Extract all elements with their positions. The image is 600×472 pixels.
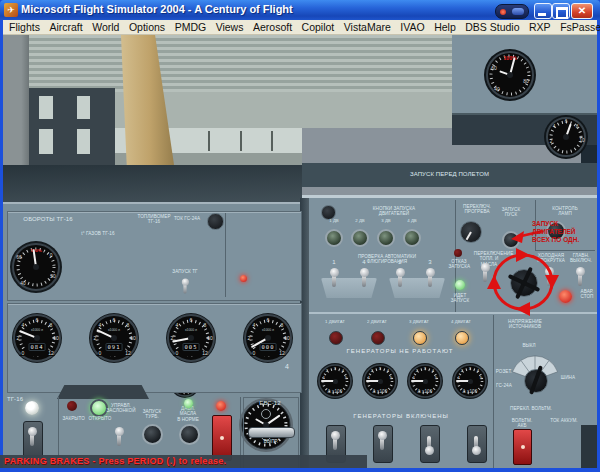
battery-amp-label: ТОК АККУМ. [550, 418, 578, 424]
close-button[interactable]: ✕ [571, 3, 593, 19]
feather-switch[interactable] [358, 268, 370, 292]
menu-item[interactable]: DBS Studio [465, 21, 519, 33]
app-icon: ✈ [4, 3, 18, 17]
ammeter-unit: А х100 [415, 389, 435, 395]
svg-text:10: 10 [53, 335, 59, 341]
menu-item[interactable]: Aircraft [49, 21, 82, 33]
menu-item[interactable]: VistaMare [344, 21, 391, 33]
svg-text:8: 8 [50, 322, 53, 328]
fuel-counter: 084 [29, 343, 46, 351]
svg-text:20: 20 [50, 274, 56, 279]
gen-warning-light [371, 331, 385, 345]
open-label: ОТКРЫТО [88, 416, 109, 422]
svg-text:4: 4 [176, 322, 179, 328]
svg-text:12: 12 [48, 350, 54, 356]
menu-item[interactable]: PMDG [175, 21, 207, 33]
gen-switch-1[interactable] [329, 431, 341, 455]
panel-edge [309, 312, 597, 314]
fuel-gauge: х1000 л 0 2 4 6 8 10 12 091 [88, 312, 140, 364]
feather-switch[interactable] [424, 268, 436, 292]
feather-switch[interactable] [328, 268, 340, 292]
emergency-stop-button[interactable] [559, 290, 572, 303]
menu-item[interactable]: Copilot [302, 21, 335, 33]
titlebar-addon-widget[interactable] [495, 4, 529, 19]
apu-start-switch[interactable] [180, 278, 190, 297]
engine-gen-labels: 1 ДВИГАТ 2 ДВИГАТ 3 ДВИГАТ 4 ДВИГАТ [315, 319, 483, 349]
menu-item[interactable]: RXP [529, 21, 551, 33]
valve-switch[interactable] [113, 427, 125, 451]
svg-text:40: 40 [20, 281, 26, 286]
engine-start-button-label: 4 ДВ [404, 218, 420, 222]
status-pill-icon [512, 8, 524, 15]
parking-brake-status: PARKING BRAKES - Press PERIOD (.) to rel… [0, 455, 367, 468]
gen-warning-light [329, 331, 343, 345]
heater-knob[interactable] [460, 221, 482, 243]
engine-start-button[interactable] [403, 229, 421, 247]
menu-item[interactable]: World [92, 21, 119, 33]
svg-text:4: 4 [553, 124, 556, 129]
minimize-button[interactable] [534, 3, 552, 19]
gen-switch-4[interactable] [470, 431, 482, 455]
engine-selector-knob[interactable] [510, 269, 538, 297]
menu-item[interactable]: Options [129, 21, 165, 33]
svg-text:8: 8 [576, 124, 579, 129]
engine-start-button[interactable] [377, 229, 395, 247]
engine-start-button[interactable] [351, 229, 369, 247]
svg-text:2: 2 [248, 335, 251, 341]
cold-crank-switch[interactable] [543, 267, 555, 291]
svg-text:х1000 л: х1000 л [262, 328, 274, 332]
menu-item[interactable]: Aerosoft [253, 21, 292, 33]
svg-text:8: 8 [127, 322, 130, 328]
selector-pos-bus: ШИНА [559, 375, 576, 381]
menu-item[interactable]: Views [216, 21, 244, 33]
lamp-test-button[interactable] [546, 221, 566, 241]
panel-handle[interactable] [57, 385, 149, 399]
feather-switch-cell: 2 [385, 259, 415, 303]
feather-switch[interactable] [394, 268, 406, 292]
engine-gen-cell: 3 ДВИГАТ [399, 319, 439, 349]
menu-item[interactable]: Flights [9, 21, 40, 33]
oil-press-button[interactable] [179, 424, 200, 445]
engine-gen-cell: 4 ДВИГАТ [441, 319, 481, 349]
menu-item[interactable]: Help [434, 21, 456, 33]
svg-text:х1000 л: х1000 л [31, 328, 43, 332]
start-button[interactable] [502, 231, 520, 249]
svg-text:6: 6 [113, 317, 116, 323]
building-window [39, 129, 53, 154]
divider [493, 315, 494, 468]
svg-text:х1000 л: х1000 л [185, 328, 197, 332]
fuel-gauge: х1000 л 0 2 4 6 8 10 12 084 [11, 312, 63, 364]
engine-start-button-label: 1 ДВ [326, 218, 342, 222]
engine-start-button[interactable] [325, 229, 343, 247]
menu-item[interactable]: IVAO [400, 21, 424, 33]
record-dot-icon [500, 9, 506, 15]
fuse-holder[interactable] [248, 427, 295, 438]
gen-warning-light [413, 331, 427, 345]
dome-light-switch[interactable] [26, 427, 38, 451]
start-fail-label: ОТКАЗ ЗАПУСКА [448, 259, 469, 270]
titlebar[interactable]: ✈ Microsoft Flight Simulator 2004 - A Ce… [0, 0, 600, 20]
fuel-oil-switch[interactable] [479, 263, 491, 287]
gen-switch-plate [420, 425, 440, 463]
svg-text:12: 12 [202, 350, 208, 356]
gen-switch-2[interactable] [376, 431, 388, 455]
master-switch[interactable] [574, 267, 586, 291]
engine-gen-cell: 2 ДВИГАТ [357, 319, 397, 349]
svg-text:6: 6 [267, 317, 270, 323]
engine-gen-label: 2 ДВИГАТ [365, 319, 390, 323]
start-turb-button[interactable] [142, 424, 163, 445]
divider [535, 250, 595, 251]
glareshield [3, 165, 303, 207]
gen-switch-3[interactable] [423, 431, 435, 455]
feather-switch-cell: 3 [415, 259, 445, 303]
battery-guard-switch[interactable] [513, 429, 532, 465]
selector-pos-rozet: РОЗЕТ. [493, 369, 515, 375]
clock-red-button[interactable] [240, 275, 247, 282]
fuel-gauge-row: х1000 л 0 2 4 6 8 10 12 084 [11, 312, 319, 364]
voltmeter-selector-knob[interactable] [524, 369, 548, 393]
generator-ammeter: 1 2 3 4 5 А х100 [451, 362, 489, 400]
maximize-button[interactable] [552, 3, 570, 19]
battery-volt-label: ВОЛЬТМ. АКБ [508, 418, 536, 429]
engine-start-button-label: 3 ДВ [378, 218, 394, 222]
menu-item[interactable]: FsPassengers [560, 21, 600, 33]
